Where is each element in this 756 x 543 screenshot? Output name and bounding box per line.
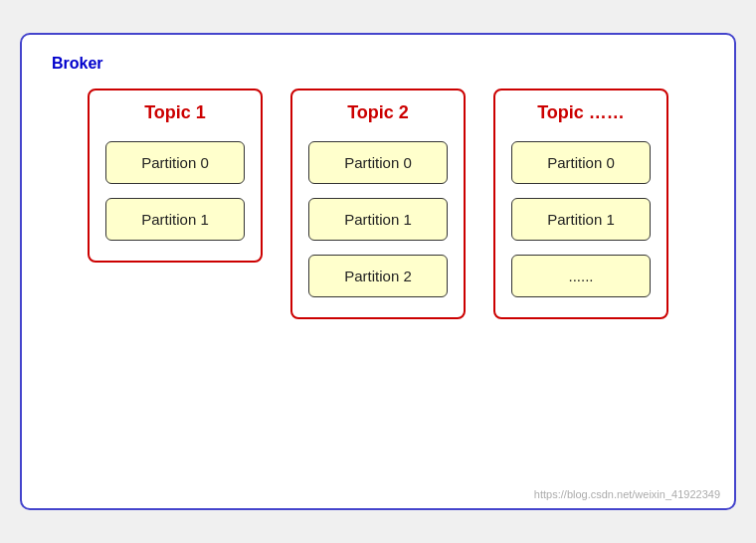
topic-1-title: Topic 1 [144,102,206,123]
topic-3-partition-0: Partition 0 [511,141,651,184]
topic-1-partition-0: Partition 0 [105,141,245,184]
topic-box-1: Topic 1 Partition 0 Partition 1 [88,89,263,263]
topic-1-partition-1: Partition 1 [105,198,245,241]
topic-box-3: Topic …… Partition 0 Partition 1 ...... [493,89,668,319]
topic-2-title: Topic 2 [347,102,409,123]
topic-3-title: Topic …… [537,102,625,123]
topic-3-partition-ellipsis: ...... [511,255,651,297]
watermark: https://blog.csdn.net/weixin_41922349 [534,488,720,500]
broker-label: Broker [52,55,704,73]
broker-container: Broker Topic 1 Partition 0 Partition 1 T… [20,33,736,510]
topic-2-partition-0: Partition 0 [308,141,448,184]
topic-box-2: Topic 2 Partition 0 Partition 1 Partitio… [290,89,466,319]
topic-3-partition-1: Partition 1 [511,198,651,241]
topic-2-partition-2: Partition 2 [308,255,448,297]
topic-2-partition-1: Partition 1 [308,198,448,241]
topics-row: Topic 1 Partition 0 Partition 1 Topic 2 … [52,89,704,319]
